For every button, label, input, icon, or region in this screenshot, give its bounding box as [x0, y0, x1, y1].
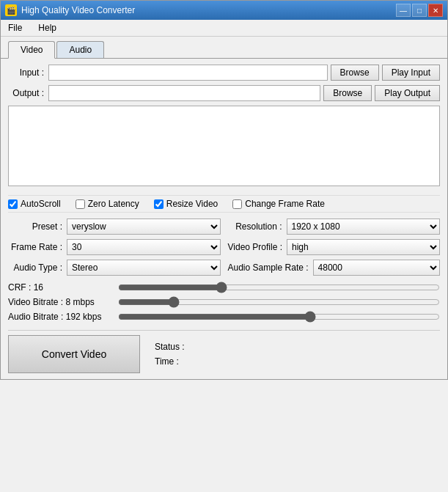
audiosamplerate-label: Audio Sample Rate :: [228, 262, 313, 273]
convert-button[interactable]: Convert Video: [8, 335, 140, 373]
tab-content: Input : Browse Play Input Output : Brows…: [1, 59, 447, 379]
videobitrate-slider[interactable]: [118, 296, 440, 308]
videoprofile-row: Video Profile : baseline main high: [228, 239, 441, 255]
audiotype-select[interactable]: Mono Stereo 5.1: [67, 260, 221, 276]
input-row: Input : Browse Play Input: [8, 65, 440, 81]
crf-row: CRF : 16: [8, 282, 440, 293]
framerate-label: Frame Rate :: [8, 242, 67, 252]
crf-slider[interactable]: [118, 282, 440, 293]
audiosamplerate-row: Audio Sample Rate : 22050 44100 48000 96…: [228, 260, 441, 276]
settings-grid: Preset : ultrafast superfast veryfast fa…: [8, 219, 440, 276]
tabs-bar: Video Audio: [1, 37, 447, 59]
output-browse-button[interactable]: Browse: [323, 85, 372, 101]
time-label: Time :: [155, 356, 179, 367]
videoprofile-select[interactable]: baseline main high: [287, 239, 440, 255]
crf-label: CRF : 16: [8, 282, 118, 293]
play-input-button[interactable]: Play Input: [382, 65, 440, 81]
audiotype-row: Audio Type : Mono Stereo 5.1: [8, 260, 221, 276]
menu-help[interactable]: Help: [34, 21, 61, 34]
input-field[interactable]: [48, 65, 328, 81]
tab-audio[interactable]: Audio: [56, 41, 104, 58]
status-area: Status : Time :: [147, 335, 440, 373]
bottom-bar: Convert Video Status : Time :: [8, 330, 440, 373]
checkboxes-row: AutoScroll Zero Latency Resize Video Cha…: [8, 195, 440, 213]
app-icon: 🎬: [5, 4, 17, 16]
title-bar: 🎬 High Quality Video Converter — □ ✕: [1, 1, 447, 20]
preset-row: Preset : ultrafast superfast veryfast fa…: [8, 219, 221, 235]
framerate-row: Frame Rate : 24 25 30 50 60: [8, 239, 221, 255]
autoscroll-checkbox[interactable]: AutoScroll: [8, 199, 61, 209]
title-bar-left: 🎬 High Quality Video Converter: [5, 4, 135, 16]
app-window: 🎬 High Quality Video Converter — □ ✕ Fil…: [0, 0, 448, 380]
preset-select[interactable]: ultrafast superfast veryfast faster fast…: [67, 219, 221, 235]
resolution-label: Resolution :: [228, 221, 287, 232]
status-label: Status :: [155, 342, 185, 352]
output-label: Output :: [8, 88, 48, 98]
close-button[interactable]: ✕: [428, 4, 443, 17]
audiosamplerate-select[interactable]: 22050 44100 48000 96000: [313, 260, 440, 276]
audiobitrate-slider[interactable]: [118, 311, 440, 323]
videobitrate-label: Video Bitrate : 8 mbps: [8, 297, 118, 307]
menu-bar: File Help: [1, 20, 447, 37]
resize-video-checkbox[interactable]: Resize Video: [154, 199, 219, 209]
audiobitrate-label: Audio Bitrate : 192 kbps: [8, 312, 118, 322]
framerate-select[interactable]: 24 25 30 50 60: [67, 239, 221, 255]
menu-file[interactable]: File: [4, 21, 26, 34]
log-area: [8, 106, 440, 186]
audiobitrate-row: Audio Bitrate : 192 kbps: [8, 311, 440, 323]
resolution-select[interactable]: 640 x 480 1280 x 720 1920 x 1080 3840 x …: [287, 219, 441, 235]
title-buttons: — □ ✕: [396, 4, 443, 17]
audiotype-label: Audio Type :: [8, 262, 67, 273]
videoprofile-label: Video Profile :: [228, 242, 287, 252]
tab-video[interactable]: Video: [8, 41, 55, 59]
output-field[interactable]: [48, 85, 320, 101]
preset-label: Preset :: [8, 221, 67, 232]
input-label: Input :: [8, 67, 48, 78]
maximize-button[interactable]: □: [412, 4, 427, 17]
input-browse-button[interactable]: Browse: [331, 65, 379, 81]
time-row: Time :: [155, 356, 440, 367]
output-row: Output : Browse Play Output: [8, 85, 440, 101]
resolution-row: Resolution : 640 x 480 1280 x 720 1920 x…: [228, 219, 441, 235]
window-title: High Quality Video Converter: [21, 5, 135, 15]
zero-latency-checkbox[interactable]: Zero Latency: [76, 199, 139, 209]
change-framerate-checkbox[interactable]: Change Frame Rate: [232, 199, 325, 209]
minimize-button[interactable]: —: [396, 4, 411, 17]
status-row: Status :: [155, 342, 440, 352]
videobitrate-row: Video Bitrate : 8 mbps: [8, 296, 440, 308]
play-output-button[interactable]: Play Output: [375, 85, 440, 101]
